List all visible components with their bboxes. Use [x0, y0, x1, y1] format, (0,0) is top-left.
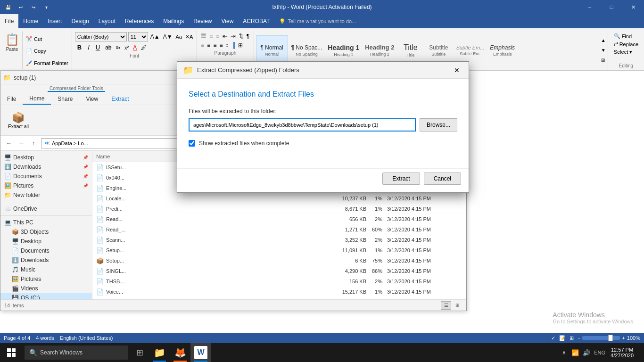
justify-button[interactable]: ≡ — [218, 41, 223, 49]
taskbar-app-firefox[interactable]: 🦊 — [170, 343, 190, 362]
list-item[interactable]: 📄 Locale... 10,237 KB 1% 3/12/2020 4:15 … — [92, 193, 466, 204]
browse-button[interactable]: Browse... — [420, 118, 457, 132]
bold-button[interactable]: B — [75, 43, 84, 52]
nav-item-desktop[interactable]: 🖥️ Desktop 📌 — [0, 153, 92, 162]
list-item[interactable]: 📄 Predi... 8,671 KB 1% 3/12/2020 4:15 PM — [92, 204, 466, 214]
select-button[interactable]: Select ▾ — [612, 48, 640, 56]
line-spacing-button[interactable]: ↕ — [224, 41, 229, 49]
increase-indent-button[interactable]: ⇥ — [230, 32, 237, 40]
list-item[interactable]: 📄 THSB... 156 KB 2% 3/12/2020 4:15 PM — [92, 276, 466, 287]
align-left-button[interactable]: ≡ — [200, 41, 205, 49]
border-button[interactable]: ⊞ — [237, 41, 244, 49]
tab-file[interactable]: File — [0, 14, 18, 28]
track-changes-icon[interactable]: 📝 — [559, 335, 566, 341]
shading-button[interactable]: ▐ — [230, 41, 236, 49]
list-item[interactable]: 📄 Setup... 11,091 KB 1% 3/12/2020 4:15 P… — [92, 245, 466, 255]
explorer-tab-view[interactable]: View — [79, 93, 105, 105]
nav-item-onedrive[interactable]: ☁️ OneDrive — [0, 204, 92, 214]
nav-item-downloads[interactable]: ⬇️ Downloads 📌 — [0, 162, 92, 172]
tab-home[interactable]: Home — [18, 14, 43, 28]
style-subtle[interactable]: Subtle Em... Subtle Em. — [454, 35, 487, 66]
tab-insert[interactable]: Insert — [43, 14, 66, 28]
tab-design[interactable]: Design — [66, 14, 93, 28]
show-desktop-button[interactable] — [637, 343, 641, 362]
nav-item-pictures[interactable]: 🖼️ Pictures 📌 — [0, 181, 92, 190]
strikethrough-button[interactable]: ab — [104, 44, 113, 51]
find-button[interactable]: 🔍 Find — [612, 32, 640, 40]
subscript-button[interactable]: x₂ — [115, 44, 122, 51]
explorer-tab-share[interactable]: Share — [51, 93, 79, 105]
style-heading2[interactable]: Heading 2 Heading 2 — [363, 35, 396, 66]
bullets-button[interactable]: ☰ — [200, 32, 207, 40]
font-color-button[interactable]: A — [132, 44, 138, 51]
up-arrow-icon[interactable]: ∧ — [559, 343, 569, 362]
quick-access-dropdown[interactable]: ▾ — [41, 1, 52, 13]
multilevel-list-button[interactable]: ≡ — [215, 32, 221, 40]
taskbar-search-box[interactable]: 🔍 Search Windows — [25, 346, 128, 360]
zoom-slider[interactable] — [582, 336, 620, 340]
nav-item-this-pc[interactable]: 💻 This PC — [0, 218, 92, 227]
zoom-in-icon[interactable]: + — [622, 335, 625, 341]
back-button[interactable]: ← — [3, 138, 15, 149]
explorer-tab-home[interactable]: Home — [23, 93, 51, 105]
language-indicator[interactable]: ENG — [593, 343, 607, 362]
tell-me-box[interactable]: 💡 Tell me what you want to do... — [274, 18, 644, 25]
align-right-button[interactable]: ≡ — [212, 41, 217, 49]
paste-button[interactable]: 📋 Paste — [2, 31, 23, 69]
show-files-checkbox[interactable] — [189, 140, 195, 147]
nav-item-new-folder[interactable]: 📁 New folder — [0, 190, 92, 200]
nav-item-desktop2[interactable]: 🖥️ Desktop — [0, 237, 92, 246]
taskbar-app-file-explorer[interactable]: 📁 — [149, 343, 170, 362]
tab-mailings[interactable]: Mailings — [158, 14, 189, 28]
undo-icon[interactable]: ↩ — [15, 1, 26, 13]
style-normal[interactable]: ¶ Normal Normal — [256, 35, 288, 66]
extract-path-input[interactable] — [189, 118, 416, 132]
nav-item-documents[interactable]: 📄 Documents 📌 — [0, 172, 92, 181]
volume-icon[interactable]: 🔊 — [581, 343, 592, 362]
dialog-close-button[interactable]: ✕ — [451, 64, 463, 76]
change-case-button[interactable]: Aa — [175, 33, 183, 40]
task-view-button[interactable]: ⊞ — [130, 343, 149, 362]
list-item[interactable]: 📄 Read_... 1,271 KB 60% 3/12/2020 4:15 P… — [92, 224, 466, 235]
tab-acrobat[interactable]: ACROBAT — [238, 14, 274, 28]
style-subtitle[interactable]: Subtitle Subtitle — [424, 35, 453, 66]
nav-item-downloads2[interactable]: ⬇️ Downloads — [0, 255, 92, 265]
start-button[interactable] — [0, 343, 23, 362]
nav-item-videos[interactable]: 🎬 Videos — [0, 284, 92, 293]
zoom-out-icon[interactable]: − — [578, 335, 580, 341]
sort-button[interactable]: ⇅ — [238, 32, 245, 40]
nav-item-osc[interactable]: 💾 OS (C:) — [0, 293, 92, 299]
decrease-indent-button[interactable]: ⇤ — [222, 32, 229, 40]
list-item[interactable]: 📄 SINGL... 4,290 KB 86% 3/12/2020 4:15 P… — [92, 266, 466, 276]
extract-button[interactable]: Extract — [382, 173, 420, 185]
explorer-tab-file[interactable]: File — [0, 93, 23, 105]
format-painter-button[interactable]: 🖌️Format Painter — [25, 60, 70, 67]
style-heading1[interactable]: Heading 1 Heading 1 — [325, 35, 362, 66]
styles-more[interactable]: ⊞ — [601, 58, 606, 63]
superscript-button[interactable]: x² — [123, 44, 130, 51]
taskbar-app-word[interactable]: W — [190, 343, 211, 362]
detail-view-button[interactable]: ⊞ — [452, 301, 462, 310]
style-no-spacing[interactable]: ¶ No Spac... No Spacing — [289, 35, 325, 66]
tab-references[interactable]: References — [120, 14, 158, 28]
extract-all-button[interactable]: 📦 Extract all — [4, 110, 33, 131]
maximize-button[interactable]: □ — [601, 0, 622, 14]
tab-view[interactable]: View — [217, 14, 239, 28]
align-center-button[interactable]: ≡ — [206, 41, 211, 49]
network-tray-icon[interactable]: 📶 — [570, 343, 580, 362]
nav-item-pictures2[interactable]: 🖼️ Pictures — [0, 274, 92, 284]
tab-layout[interactable]: Layout — [94, 14, 120, 28]
cancel-button[interactable]: Cancel — [424, 173, 461, 185]
highlight-button[interactable]: 🖊 — [140, 44, 148, 51]
styles-scroll-up[interactable]: ▲ — [601, 38, 606, 43]
list-view-button[interactable]: ☰ — [441, 301, 451, 310]
cut-button[interactable]: ✂️Cut — [25, 35, 70, 42]
focus-icon[interactable]: ⊞ — [570, 335, 574, 341]
numbering-button[interactable]: ≡ — [208, 32, 214, 40]
italic-button[interactable]: I — [85, 43, 92, 52]
clear-format-button[interactable]: ✕A — [184, 33, 194, 41]
replace-button[interactable]: ⇄ Replace — [612, 40, 640, 48]
up-button[interactable]: ↑ — [28, 138, 39, 149]
list-item[interactable]: 📄 Voice... 15,217 KB 1% 3/12/2020 4:15 P… — [92, 287, 466, 297]
copy-button[interactable]: 📄Copy — [25, 48, 70, 55]
